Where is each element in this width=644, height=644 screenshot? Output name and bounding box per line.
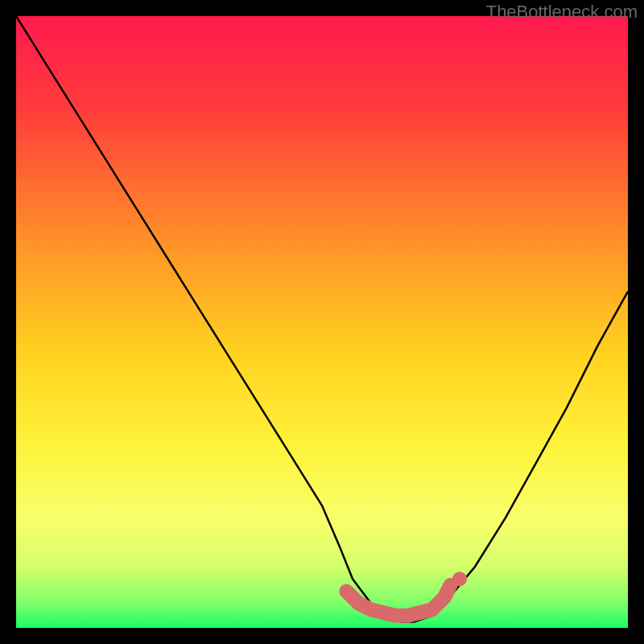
plot-area [16,16,628,628]
chart-frame: TheBottleneck.com [0,0,644,644]
watermark-text: TheBottleneck.com [486,2,638,23]
gradient-background [16,16,628,628]
highlight-end-dot [452,572,467,586]
bottleneck-chart [16,16,628,628]
